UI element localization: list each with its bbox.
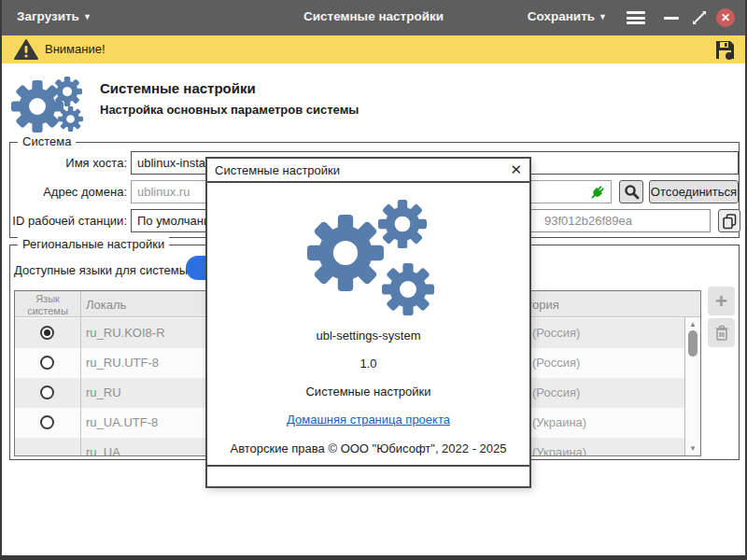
scrollbar-thumb[interactable]: [688, 330, 698, 357]
hamburger-menu-button[interactable]: [624, 7, 648, 29]
about-dialog: Системные настройки ✕ ubl-settings-syste…: [205, 157, 531, 488]
about-dialog-titlebar: Системные настройки ✕: [207, 159, 529, 183]
about-description: Системные настройки: [207, 385, 529, 399]
app-gears-icon: [11, 77, 95, 131]
language-radio[interactable]: [40, 385, 54, 399]
column-header-language: Язык системы: [15, 293, 80, 316]
copy-icon: [722, 213, 738, 230]
about-version: 1.0: [207, 357, 529, 371]
language-radio[interactable]: [40, 415, 54, 429]
magnifier-icon: [624, 184, 640, 200]
locale-cell: ru_UA.UTF-8: [86, 415, 158, 429]
about-app-name: ubl-settings-system: [207, 329, 529, 343]
locale-cell: ru_UA: [86, 445, 120, 456]
warning-text: Внимание!: [45, 42, 106, 56]
trash-icon: [714, 325, 729, 342]
scroll-up-icon[interactable]: ▲: [685, 320, 700, 329]
locale-cell: ru_RU: [86, 385, 121, 399]
about-close-button[interactable]: ✕: [510, 161, 522, 178]
delete-locale-button[interactable]: [708, 318, 735, 347]
resize-diagonal-icon: [691, 9, 708, 26]
minimize-icon: [664, 17, 679, 20]
regional-legend: Региональные настройки: [18, 237, 169, 251]
warning-triangle-icon: [14, 39, 38, 60]
column-header-locale: Локаль: [86, 298, 126, 312]
close-icon: ✕: [716, 8, 735, 27]
scroll-down-icon[interactable]: ▼: [685, 444, 700, 453]
page-title: Системные настройки: [100, 80, 256, 96]
maximize-button[interactable]: [687, 7, 712, 29]
system-legend: Система: [18, 134, 76, 148]
add-locale-button[interactable]: +: [708, 287, 735, 315]
save-menu-button[interactable]: Сохранить▼: [528, 9, 607, 23]
about-footer-divider: [207, 465, 529, 467]
about-dialog-title: Системные настройки: [215, 163, 340, 177]
locale-cell: ru_RU.KOI8-R: [86, 326, 165, 340]
locale-cell: ru_RU.UTF-8: [86, 356, 159, 370]
language-radio[interactable]: [40, 356, 54, 370]
territory-cell: (Украина): [532, 415, 586, 429]
search-button[interactable]: [619, 180, 643, 203]
about-homepage-link[interactable]: Домашняя страница проекта: [207, 413, 529, 427]
warning-bar: Внимание!: [2, 35, 745, 63]
titlebar: Загрузить▼ Системные настройки Сохранить…: [2, 0, 745, 35]
domain-label: Адрес домена:: [10, 180, 127, 203]
table-scrollbar[interactable]: ▲ ▼: [684, 317, 700, 455]
territory-cell: (Россия): [532, 326, 580, 340]
app-window: Загрузить▼ Системные настройки Сохранить…: [0, 0, 747, 560]
copy-id-button[interactable]: [718, 209, 740, 232]
about-copyright: Авторские права © ООО "Юбисофт", 2022 - …: [207, 441, 529, 455]
workstation-id-label: ID рабочей станции:: [10, 209, 127, 232]
minimize-button[interactable]: [659, 7, 684, 29]
save-floppy-icon[interactable]: [714, 39, 736, 61]
disconnect-button[interactable]: Отсоединиться: [649, 180, 739, 203]
available-languages-label: Доступные языки для системы:: [14, 263, 191, 277]
close-window-button[interactable]: ✕: [713, 7, 738, 29]
hamburger-icon: [627, 11, 645, 24]
hostname-label: Имя хоста:: [10, 151, 127, 175]
chevron-down-icon: ▼: [599, 12, 607, 21]
column-divider: [80, 291, 81, 455]
green-plug-icon: [588, 184, 605, 201]
language-radio[interactable]: [40, 326, 54, 340]
territory-cell: (Россия): [532, 385, 580, 399]
territory-cell: (Россия): [532, 356, 580, 370]
page-subtitle: Настройка основных параметров системы: [100, 103, 359, 117]
about-gears-icon: [307, 200, 433, 316]
territory-cell: (Украина): [532, 445, 586, 456]
